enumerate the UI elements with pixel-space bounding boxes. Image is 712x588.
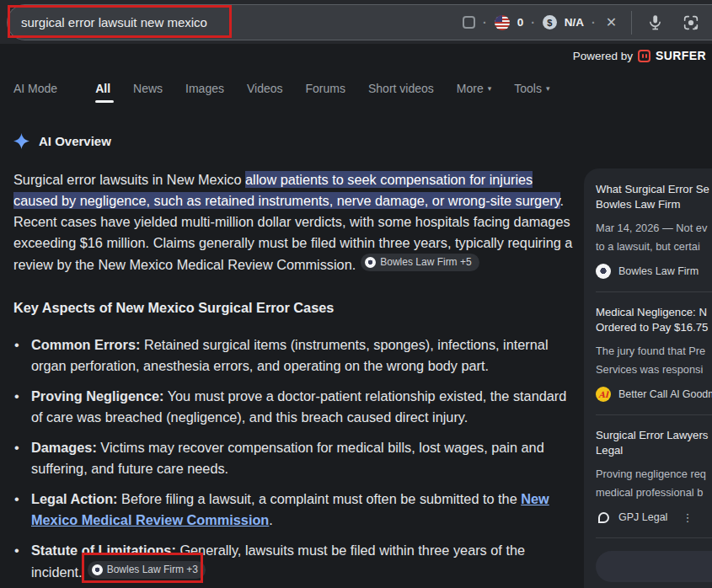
tab-tools[interactable]: Tools▾ xyxy=(514,82,549,95)
bullet-statute-of-limitations: Statute of Limitations: Generally, lawsu… xyxy=(13,540,575,583)
us-flag-icon xyxy=(495,15,510,30)
search-tabs: AI Mode All News Images Videos Forums Sh… xyxy=(13,74,549,102)
bowles-favicon-icon xyxy=(596,264,611,279)
surfer-logo-icon xyxy=(638,50,650,62)
card-divider xyxy=(596,291,712,292)
ai-overview-section: AI Overview Surgical error lawsuits in N… xyxy=(13,133,575,588)
powered-by-bar: Powered by SURFER xyxy=(573,49,706,62)
ai-overview-paragraph: Surgical error lawsuits in New Mexico al… xyxy=(13,169,575,275)
tab-short-videos[interactable]: Short videos xyxy=(368,82,434,95)
bullet-common-errors: Common Errors: Retained surgical items (… xyxy=(13,334,575,377)
ai-overview-title: AI Overview xyxy=(39,134,111,148)
bullet-legal-action: Legal Action: Before filing a lawsuit, a… xyxy=(13,489,575,531)
bullet-damages: Damages: Victims may recover compensatio… xyxy=(13,437,575,479)
extension-checkbox[interactable] xyxy=(463,16,475,29)
search-extension-controls: · 0 · $ N/A · ✕ xyxy=(463,5,712,40)
search-divider xyxy=(631,11,632,35)
show-all-button[interactable] xyxy=(596,551,712,582)
gpj-favicon-icon xyxy=(596,510,611,525)
tab-ai-mode[interactable]: AI Mode xyxy=(13,82,57,95)
powered-by-text: Powered by xyxy=(573,50,633,62)
dollar-icon: $ xyxy=(543,15,557,29)
chevron-down-icon: ▾ xyxy=(488,84,492,93)
tab-videos[interactable]: Videos xyxy=(247,82,283,95)
money-value: N/A xyxy=(565,16,584,29)
separator-dot: · xyxy=(483,16,487,29)
tab-forums[interactable]: Forums xyxy=(306,82,345,95)
result-title[interactable]: Surgical Error Lawyers Legal xyxy=(596,428,712,458)
tab-images[interactable]: Images xyxy=(185,82,224,95)
result-card-1: What Surgical Error Se Bowles Law Firm M… xyxy=(596,182,712,279)
lens-camera-icon[interactable] xyxy=(682,13,700,32)
key-aspects-list: Common Errors: Retained surgical items (… xyxy=(13,334,575,583)
card-divider xyxy=(596,414,712,415)
results-sidebar: What Surgical Error Se Bowles Law Firm M… xyxy=(584,168,712,588)
result-snippet: Proving negligence req medical professio… xyxy=(596,465,712,502)
paragraph-pre: Surgical error lawsuits in New Mexico xyxy=(13,172,245,187)
tab-more[interactable]: More▾ xyxy=(457,82,491,95)
favicon-icon xyxy=(365,257,376,268)
result-title[interactable]: Medical Negligence: N Ordered to Pay $16… xyxy=(596,305,712,335)
result-title[interactable]: What Surgical Error Se Bowles Law Firm xyxy=(596,182,712,212)
result-source-row: Bowles Law Firm ⋮ xyxy=(596,264,712,279)
ai-overview-header: AI Overview xyxy=(13,133,575,149)
result-card-3: Surgical Error Lawyers Legal Proving neg… xyxy=(596,428,712,525)
top-bar: surgical error lawsuit new mexico · 0 · … xyxy=(0,0,712,44)
close-icon[interactable]: ✕ xyxy=(606,14,617,30)
tab-all[interactable]: All xyxy=(95,82,110,95)
source-chip-bowles-3[interactable]: Bowles Law Firm +3 xyxy=(88,561,206,579)
goodman-favicon-icon: Al xyxy=(596,387,611,402)
microphone-icon[interactable] xyxy=(646,13,664,31)
tab-news[interactable]: News xyxy=(133,82,163,95)
separator-dot: · xyxy=(592,16,596,29)
result-snippet: Mar 14, 2026 — Not ev to a lawsuit, but … xyxy=(596,219,712,256)
search-input[interactable]: surgical error lawsuit new mexico · 0 · … xyxy=(7,4,712,40)
search-query-text[interactable]: surgical error lawsuit new mexico xyxy=(21,15,207,29)
sparkle-icon xyxy=(13,133,29,149)
result-source-row: Al Better Call Al Goodma xyxy=(596,387,712,402)
bullet-proving-negligence: Proving Negligence: You must prove a doc… xyxy=(13,386,575,428)
result-snippet: The jury found that Pre Services was res… xyxy=(596,342,712,379)
source-chip-bowles-5[interactable]: Bowles Law Firm +5 xyxy=(361,254,479,271)
favicon-icon xyxy=(92,564,103,575)
card-divider xyxy=(596,537,712,538)
result-card-2: Medical Negligence: N Ordered to Pay $16… xyxy=(596,305,712,402)
key-aspects-heading: Key Aspects of New Mexico Surgical Error… xyxy=(13,300,575,316)
chevron-down-icon: ▾ xyxy=(546,84,550,93)
surfer-brand-name: SURFER xyxy=(656,49,706,62)
more-options-icon[interactable]: ⋮ xyxy=(682,511,693,524)
separator-dot: · xyxy=(531,16,535,29)
result-source-row: GPJ Legal ⋮ xyxy=(596,510,712,525)
flag-count: 0 xyxy=(517,16,524,29)
